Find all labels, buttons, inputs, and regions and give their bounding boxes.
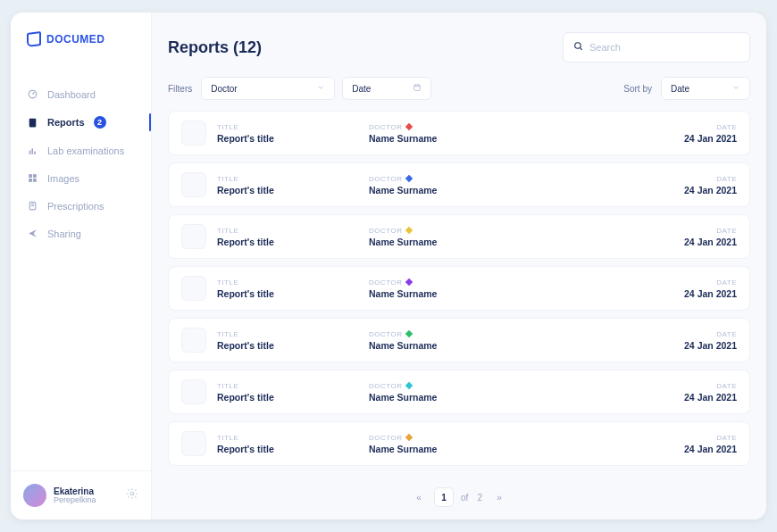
report-date-cell: DATE 24 Jan 2021: [639, 175, 737, 195]
sidebar-item-label: Sharing: [47, 229, 81, 239]
calendar-icon: [413, 83, 422, 94]
doctor-column-label: DOCTOR: [369, 227, 630, 235]
date-column-label: DATE: [639, 278, 737, 287]
report-doctor: Name Surname: [369, 288, 630, 299]
report-date: 24 Jan 2021: [639, 133, 737, 144]
report-doctor: Name Surname: [369, 444, 630, 454]
sidebar-item-dashboard[interactable]: Dashboard: [11, 80, 151, 108]
doctor-column-label: DOCTOR: [369, 382, 630, 390]
report-card[interactable]: TITLE Report's title DOCTOR Name Surname…: [168, 266, 750, 311]
report-title: Report's title: [217, 288, 274, 299]
report-card[interactable]: TITLE Report's title DOCTOR Name Surname…: [168, 318, 750, 362]
page-current[interactable]: 1: [434, 487, 454, 507]
pagination: « 1 of 2 »: [168, 477, 750, 507]
report-date-cell: DATE 24 Jan 2021: [639, 227, 737, 247]
sidebar-item-reports[interactable]: Reports 2: [11, 108, 151, 137]
filter-doctor-select[interactable]: Doctor: [201, 77, 335, 100]
title-column-label: TITLE: [217, 278, 274, 287]
report-card[interactable]: TITLE Report's title DOCTOR Name Surname…: [168, 214, 750, 259]
sidebar: DOCUMED Dashboard Reports 2 Lab exa: [11, 12, 152, 520]
brand-logo[interactable]: DOCUMED: [11, 12, 151, 68]
report-date-cell: DATE 24 Jan 2021: [639, 330, 737, 351]
doctor-color-icon: [405, 175, 412, 182]
report-doctor-cell: DOCTOR Name Surname: [369, 434, 630, 454]
sidebar-nav: Dashboard Reports 2 Lab examinations Im: [11, 68, 151, 470]
report-title-cell: TITLE Report's title: [181, 172, 360, 197]
report-doctor: Name Surname: [369, 133, 630, 144]
svg-rect-5: [29, 174, 32, 178]
page-of-label: of: [459, 493, 470, 503]
prescriptions-icon: [27, 200, 38, 212]
date-column-label: DATE: [639, 382, 737, 390]
date-column-label: DATE: [639, 227, 737, 235]
doctor-color-icon: [405, 382, 412, 389]
report-card[interactable]: TITLE Report's title DOCTOR Name Surname…: [168, 421, 750, 466]
report-title: Report's title: [217, 185, 274, 195]
filter-date-value: Date: [352, 84, 371, 94]
chevron-down-icon: [731, 83, 740, 94]
report-doctor-cell: DOCTOR Name Surname: [369, 227, 630, 247]
report-title: Report's title: [217, 444, 274, 454]
sort-value: Date: [671, 84, 689, 94]
chevron-down-icon: [316, 83, 325, 94]
doctor-column-label: DOCTOR: [369, 434, 630, 442]
report-title: Report's title: [217, 237, 274, 247]
filter-date-select[interactable]: Date: [342, 77, 431, 100]
report-date-cell: DATE 24 Jan 2021: [639, 382, 737, 403]
sharing-icon: [27, 228, 38, 239]
svg-rect-8: [33, 179, 37, 182]
svg-rect-1: [29, 118, 37, 127]
header: Reports (12): [168, 12, 750, 77]
search-input[interactable]: [589, 42, 740, 53]
sidebar-item-label: Dashboard: [47, 89, 96, 100]
report-title: Report's title: [217, 340, 274, 351]
user-footer: Ekaterina Perepelkina: [11, 470, 151, 520]
page-first-button[interactable]: «: [409, 487, 429, 507]
report-title-cell: TITLE Report's title: [181, 224, 360, 249]
sidebar-item-sharing[interactable]: Sharing: [11, 220, 151, 247]
sidebar-item-images[interactable]: Images: [11, 164, 151, 192]
settings-button[interactable]: [126, 487, 138, 503]
toolbar: Filters Doctor Date Sort by Date: [168, 77, 750, 111]
date-column-label: DATE: [639, 434, 737, 442]
user-firstname: Ekaterina: [54, 486, 119, 496]
user-surname: Perepelkina: [54, 496, 119, 505]
doctor-column-label: DOCTOR: [369, 123, 630, 131]
report-date-cell: DATE 24 Jan 2021: [639, 278, 737, 299]
title-column-label: TITLE: [217, 434, 274, 442]
page-last-button[interactable]: »: [489, 487, 509, 507]
report-list: TITLE Report's title DOCTOR Name Surname…: [168, 111, 750, 477]
report-doctor-cell: DOCTOR Name Surname: [369, 330, 630, 351]
svg-rect-6: [33, 174, 37, 178]
reports-badge: 2: [94, 116, 106, 129]
report-card[interactable]: TITLE Report's title DOCTOR Name Surname…: [168, 111, 750, 155]
lab-icon: [27, 145, 38, 156]
report-thumbnail: [181, 328, 206, 353]
report-thumbnail: [181, 379, 206, 404]
report-date: 24 Jan 2021: [639, 237, 737, 247]
avatar[interactable]: [23, 484, 46, 507]
date-column-label: DATE: [639, 123, 737, 131]
reports-icon: [27, 117, 38, 129]
report-thumbnail: [181, 224, 206, 249]
title-column-label: TITLE: [217, 123, 274, 131]
search-box[interactable]: [563, 32, 750, 62]
report-date: 24 Jan 2021: [639, 444, 737, 454]
sidebar-item-prescriptions[interactable]: Prescriptions: [11, 192, 151, 220]
documed-icon: [27, 31, 41, 47]
doctor-color-icon: [405, 434, 412, 441]
svg-rect-12: [414, 85, 421, 90]
report-title-cell: TITLE Report's title: [181, 431, 360, 456]
report-doctor: Name Surname: [369, 185, 630, 195]
report-title-cell: TITLE Report's title: [181, 276, 360, 301]
svg-point-10: [130, 492, 134, 495]
report-doctor-cell: DOCTOR Name Surname: [369, 278, 630, 299]
doctor-column-label: DOCTOR: [369, 175, 630, 183]
report-card[interactable]: TITLE Report's title DOCTOR Name Surname…: [168, 162, 750, 207]
report-card[interactable]: TITLE Report's title DOCTOR Name Surname…: [168, 370, 750, 414]
report-title-cell: TITLE Report's title: [181, 121, 360, 145]
sidebar-item-label: Reports: [47, 117, 85, 128]
search-icon: [572, 39, 584, 55]
sidebar-item-lab[interactable]: Lab examinations: [11, 137, 151, 164]
sort-select[interactable]: Date: [661, 77, 750, 100]
